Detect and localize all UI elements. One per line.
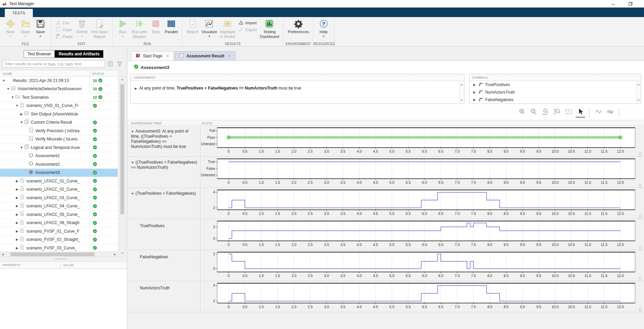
scrollbar-thumb[interactable] — [11, 252, 94, 256]
dropdown-arrow-icon[interactable]: ▼ — [9, 35, 12, 38]
expression-label[interactable]: TruePositives — [128, 219, 200, 250]
tree-row-scenario-vvd-01-curve-fi[interactable]: ▼scenario_VVD_01_Curve_Fi — [0, 102, 118, 110]
dropdown-arrow-icon[interactable]: ▼ — [322, 35, 325, 38]
expander-icon[interactable]: ▼ — [131, 192, 134, 195]
new-button[interactable]: New▼ — [3, 19, 18, 38]
expression-label[interactable]: NumActorsTruth — [128, 281, 200, 312]
expression-label[interactable]: ▼((TruePositives + FalseNegatives) == Nu… — [128, 157, 200, 188]
tree-row-scenario-lfacc-02-curve[interactable]: ▶scenario_LFACC_02_Curve_ — [0, 186, 118, 194]
doc-tab-assessment-result[interactable]: Assessment Result✕ — [174, 51, 236, 60]
expander-icon[interactable]: ▶ — [473, 83, 476, 86]
scroll-up-icon[interactable]: ▲ — [636, 82, 641, 87]
dropdown-arrow-icon[interactable]: ▼ — [24, 35, 27, 38]
export-button[interactable]: Export — [237, 26, 258, 33]
filter-input[interactable] — [2, 60, 105, 68]
zoom-y-button[interactable] — [552, 108, 562, 118]
restore-button[interactable] — [627, 1, 634, 7]
fit-view-button[interactable] — [564, 108, 574, 118]
tree-row-logical-and-temporal-asse[interactable]: ▼Logical and Temporal Asse — [0, 143, 118, 152]
scroll-down-icon[interactable]: ▼ — [459, 98, 464, 102]
tree-horizontal-scrollbar[interactable]: ◀ ▶ — [0, 252, 118, 257]
tree-row-scenario-lfacc-06-straigh[interactable]: ▶scenario_LFACC_06_Straigh — [0, 219, 118, 228]
data-cursor-multi-button[interactable] — [605, 108, 615, 118]
expander-icon[interactable]: ▶ — [15, 230, 19, 233]
tree-row-assessment2[interactable]: Assessment2 — [0, 160, 118, 169]
scroll-up-icon[interactable]: ▲ — [120, 77, 124, 82]
expander-icon[interactable]: ▼ — [131, 130, 134, 133]
run-with-stepper-button[interactable]: Run withStepper — [130, 19, 148, 40]
tree-row-verify-missrate-isless[interactable]: Verify Missrate { IsLess — [0, 135, 118, 144]
tree-row-scenario-fvsf-02-straight[interactable]: ▶scenario_FVSF_02_Straight_ — [0, 236, 118, 244]
zoom-out-button[interactable] — [529, 108, 539, 118]
tree-row-scenario-fvsf-03-curve[interactable]: ▶scenario_FVSF_03_Curve_ — [0, 244, 118, 251]
dropdown-arrow-icon[interactable]: ▼ — [39, 35, 42, 38]
falsenegatives-plot[interactable]: 2000.51.01.52.02.53.03.54.04.55.05.56.06… — [200, 250, 644, 281]
minimize-button[interactable] — [610, 1, 617, 7]
expander-icon[interactable]: ▼ — [2, 79, 5, 82]
delete-button[interactable]: Delete▼ — [74, 19, 89, 38]
doc-tab-start-page[interactable]: Start Page✕ — [131, 51, 174, 60]
numactorstruth-plot[interactable]: 4200.51.01.52.02.53.03.54.04.55.05.56.06… — [200, 281, 644, 312]
expander-icon[interactable]: ▶ — [473, 98, 476, 101]
close-tab-icon[interactable]: ✕ — [228, 54, 231, 58]
expander-icon[interactable]: ▶ — [20, 112, 23, 116]
panel-tab-test-browser[interactable]: Test Browser — [24, 50, 55, 58]
expand-arrow-icon[interactable]: ▶ — [135, 87, 137, 90]
parallel-button[interactable]: Parallel — [163, 19, 179, 35]
tree-row-sim-output-visionvehicle[interactable]: ▶Sim Output (VisionVehicle — [0, 110, 118, 119]
expander-icon[interactable]: ▶ — [15, 179, 19, 183]
tree-vertical-scrollbar[interactable]: ▲ ▼ — [120, 77, 125, 257]
tree-row-scenario-lfacc-04-curve[interactable]: ▶scenario_LFACC_04_Curve_ — [0, 202, 118, 211]
scroll-left-icon[interactable]: ◀ — [0, 252, 5, 257]
expander-icon[interactable]: ▶ — [15, 204, 19, 208]
testing-dashboard-button[interactable]: TestingDashboard — [259, 19, 280, 40]
run-button[interactable]: Run▼ — [115, 19, 130, 38]
test-spec-report-button[interactable]: Test SpecReport — [89, 19, 109, 40]
assessment-scrollbar[interactable]: ▲ ▼ — [459, 81, 464, 103]
expander-icon[interactable]: ▼ — [20, 121, 23, 124]
expression-label[interactable]: ▼Assessment3: At any point of time, ((Tr… — [128, 126, 200, 156]
tree-row-results-2021-apr-26-21-09-13[interactable]: ▼Results: 2021-Apr-26 21:09:1310 — [0, 77, 118, 85]
expander-icon[interactable]: ▶ — [15, 221, 19, 224]
tp-plus-fn-plot[interactable]: 4200.51.01.52.02.53.03.54.04.55.05.56.06… — [200, 188, 644, 219]
symbol-row-falsenegatives[interactable]: ▶FalseNegatives — [470, 96, 641, 104]
expander-icon[interactable]: ▶ — [15, 213, 19, 216]
scroll-down-icon[interactable]: ▼ — [636, 98, 641, 102]
data-cursor-button[interactable] — [594, 108, 603, 118]
report-button[interactable]: Report — [185, 19, 200, 35]
tab-tests[interactable]: TESTS — [5, 9, 33, 17]
tree-row-assessment3[interactable]: Assessment3 — [0, 169, 118, 177]
tree-row-scenario-fvsf-01-curve-f[interactable]: ▶scenario_FVSF_01_Curve_F — [0, 227, 118, 236]
preferences-button[interactable]: Preferences — [286, 19, 310, 35]
expander-icon[interactable]: ▶ — [473, 91, 476, 94]
tree-row-visionvehicledetectortestassessm[interactable]: ▼VisionVehicleDetectorTestAssessm10 — [0, 85, 118, 94]
symbols-scrollbar[interactable]: ▲ ▼ — [636, 81, 641, 103]
tree-row-scenario-lfacc-01-curve[interactable]: ▶scenario_LFACC_01_Curve_ — [0, 177, 118, 186]
assessment-verdict-plot[interactable]: FailPassUntested00.51.01.52.02.53.03.54.… — [200, 126, 644, 156]
expander-icon[interactable]: ▶ — [15, 238, 19, 241]
expander-icon[interactable]: ▼ — [15, 104, 19, 107]
panel-resize-handle[interactable] — [55, 259, 66, 260]
zoom-in-button[interactable] — [517, 108, 527, 118]
tree-row-scenario-lfacc-05-curve[interactable]: ▶scenario_LFACC_05_Curve_ — [0, 210, 118, 219]
scrollbar-thumb[interactable] — [120, 84, 124, 214]
expander-icon[interactable]: ▶ — [15, 246, 19, 250]
expander-icon[interactable]: ▶ — [15, 196, 19, 200]
copy-button[interactable]: Copy — [54, 26, 74, 33]
tree-row-test-scenarios[interactable]: ▼Test Scenarios10 — [0, 93, 118, 102]
scroll-down-icon[interactable]: ▼ — [120, 251, 124, 256]
highlight-in-model-button[interactable]: Highlightin Model — [219, 19, 237, 40]
dropdown-arrow-icon[interactable]: ▼ — [208, 35, 211, 38]
truepositives-plot[interactable]: 3000.51.01.52.02.53.03.54.04.55.05.56.06… — [200, 219, 644, 250]
filter-icon[interactable] — [116, 60, 123, 68]
symbol-row-truepositives[interactable]: ▶TruePositives — [470, 81, 641, 88]
pointer-button[interactable] — [576, 108, 585, 118]
assessment-statement[interactable]: ▶At any point of time, TruePositives + F… — [131, 81, 464, 91]
expander-icon[interactable]: ▼ — [131, 161, 134, 164]
stop-button[interactable]: Stop — [148, 19, 163, 35]
open-button[interactable]: Open▼ — [18, 19, 33, 38]
dropdown-arrow-icon[interactable]: ▼ — [121, 35, 124, 38]
expression-result-plot[interactable]: TrueFalseUntested00.51.01.52.02.53.03.54… — [200, 157, 644, 188]
expression-label[interactable]: FalseNegatives — [128, 250, 200, 281]
expander-icon[interactable]: ▼ — [20, 146, 23, 149]
